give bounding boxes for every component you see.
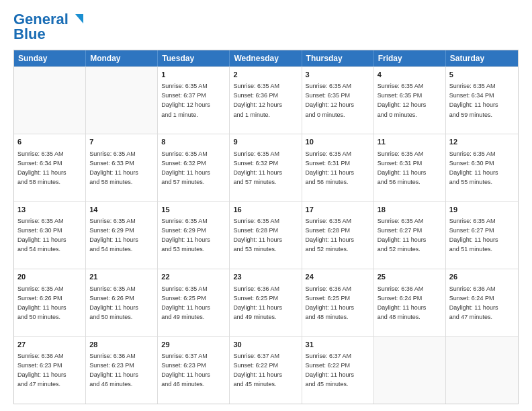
day-number: 6: [17, 137, 82, 147]
calendar-row: 1Sunrise: 6:35 AM Sunset: 6:37 PM Daylig…: [14, 66, 518, 134]
calendar-row: 6Sunrise: 6:35 AM Sunset: 6:34 PM Daylig…: [14, 134, 518, 201]
calendar-row: 13Sunrise: 6:35 AM Sunset: 6:30 PM Dayli…: [14, 201, 518, 269]
day-number: 17: [306, 205, 370, 215]
day-number: 18: [378, 205, 442, 215]
day-info: Sunrise: 6:35 AM Sunset: 6:29 PM Dayligh…: [161, 218, 210, 253]
day-number: 23: [233, 272, 298, 282]
day-info: Sunrise: 6:35 AM Sunset: 6:29 PM Dayligh…: [89, 218, 138, 253]
calendar-cell: 31Sunrise: 6:37 AM Sunset: 6:22 PM Dayli…: [302, 337, 374, 404]
day-number: 28: [89, 340, 154, 350]
logo-blue: Blue: [13, 26, 46, 43]
day-info: Sunrise: 6:35 AM Sunset: 6:32 PM Dayligh…: [233, 150, 282, 185]
day-info: Sunrise: 6:35 AM Sunset: 6:30 PM Dayligh…: [17, 218, 66, 253]
day-info: Sunrise: 6:35 AM Sunset: 6:28 PM Dayligh…: [306, 218, 355, 253]
weekday-header: Thursday: [302, 50, 374, 66]
calendar-cell: [14, 67, 86, 134]
calendar-cell: 14Sunrise: 6:35 AM Sunset: 6:29 PM Dayli…: [86, 202, 158, 269]
calendar-body: 1Sunrise: 6:35 AM Sunset: 6:37 PM Daylig…: [14, 66, 518, 404]
calendar-cell: 16Sunrise: 6:35 AM Sunset: 6:28 PM Dayli…: [230, 202, 302, 269]
calendar-cell: 13Sunrise: 6:35 AM Sunset: 6:30 PM Dayli…: [14, 202, 86, 269]
day-number: 3: [306, 70, 370, 80]
calendar-cell: 28Sunrise: 6:36 AM Sunset: 6:23 PM Dayli…: [86, 337, 158, 404]
calendar-cell: [446, 337, 518, 404]
day-info: Sunrise: 6:35 AM Sunset: 6:34 PM Dayligh…: [449, 83, 498, 118]
day-info: Sunrise: 6:36 AM Sunset: 6:24 PM Dayligh…: [449, 285, 498, 320]
calendar-cell: 30Sunrise: 6:37 AM Sunset: 6:22 PM Dayli…: [230, 337, 302, 404]
calendar-cell: 21Sunrise: 6:35 AM Sunset: 6:26 PM Dayli…: [86, 269, 158, 336]
calendar-cell: 18Sunrise: 6:35 AM Sunset: 6:27 PM Dayli…: [374, 202, 446, 269]
calendar-cell: 25Sunrise: 6:36 AM Sunset: 6:24 PM Dayli…: [374, 269, 446, 336]
calendar-cell: 2Sunrise: 6:35 AM Sunset: 6:36 PM Daylig…: [230, 67, 302, 134]
day-info: Sunrise: 6:35 AM Sunset: 6:27 PM Dayligh…: [378, 218, 427, 253]
calendar-cell: 4Sunrise: 6:35 AM Sunset: 6:35 PM Daylig…: [374, 67, 446, 134]
weekday-header: Friday: [374, 50, 446, 66]
day-number: 7: [89, 137, 154, 147]
calendar-cell: 10Sunrise: 6:35 AM Sunset: 6:31 PM Dayli…: [302, 134, 374, 201]
day-number: 14: [89, 205, 154, 215]
calendar-cell: 17Sunrise: 6:35 AM Sunset: 6:28 PM Dayli…: [302, 202, 374, 269]
day-number: 24: [306, 272, 370, 282]
logo-icon: [70, 11, 85, 26]
day-number: 29: [161, 340, 226, 350]
calendar-header: SundayMondayTuesdayWednesdayThursdayFrid…: [14, 50, 518, 66]
header: General Blue: [13, 11, 519, 43]
calendar-cell: 27Sunrise: 6:36 AM Sunset: 6:23 PM Dayli…: [14, 337, 86, 404]
day-number: 1: [161, 70, 226, 80]
calendar-cell: 29Sunrise: 6:37 AM Sunset: 6:23 PM Dayli…: [158, 337, 230, 404]
day-number: 8: [161, 137, 226, 147]
day-info: Sunrise: 6:36 AM Sunset: 6:24 PM Dayligh…: [378, 285, 427, 320]
day-info: Sunrise: 6:35 AM Sunset: 6:26 PM Dayligh…: [89, 285, 138, 320]
logo: General Blue: [13, 11, 85, 43]
day-info: Sunrise: 6:35 AM Sunset: 6:25 PM Dayligh…: [161, 285, 210, 320]
weekday-header: Saturday: [446, 50, 518, 66]
day-number: 27: [17, 340, 82, 350]
weekday-header: Tuesday: [158, 50, 230, 66]
calendar-cell: 5Sunrise: 6:35 AM Sunset: 6:34 PM Daylig…: [446, 67, 518, 134]
day-info: Sunrise: 6:36 AM Sunset: 6:23 PM Dayligh…: [89, 353, 138, 387]
day-info: Sunrise: 6:35 AM Sunset: 6:37 PM Dayligh…: [161, 83, 210, 118]
calendar-cell: 19Sunrise: 6:35 AM Sunset: 6:27 PM Dayli…: [446, 202, 518, 269]
day-info: Sunrise: 6:37 AM Sunset: 6:22 PM Dayligh…: [306, 353, 355, 387]
day-info: Sunrise: 6:35 AM Sunset: 6:32 PM Dayligh…: [161, 150, 210, 185]
calendar-cell: 20Sunrise: 6:35 AM Sunset: 6:26 PM Dayli…: [14, 269, 86, 336]
calendar-cell: [86, 67, 158, 134]
calendar-cell: 1Sunrise: 6:35 AM Sunset: 6:37 PM Daylig…: [158, 67, 230, 134]
calendar-cell: 6Sunrise: 6:35 AM Sunset: 6:34 PM Daylig…: [14, 134, 86, 201]
day-number: 15: [161, 205, 226, 215]
calendar-cell: [374, 337, 446, 404]
day-number: 12: [449, 137, 515, 147]
day-number: 16: [233, 205, 298, 215]
calendar-cell: 15Sunrise: 6:35 AM Sunset: 6:29 PM Dayli…: [158, 202, 230, 269]
day-info: Sunrise: 6:35 AM Sunset: 6:34 PM Dayligh…: [17, 150, 66, 185]
day-info: Sunrise: 6:36 AM Sunset: 6:25 PM Dayligh…: [306, 285, 355, 320]
calendar-cell: 9Sunrise: 6:35 AM Sunset: 6:32 PM Daylig…: [230, 134, 302, 201]
calendar-row: 27Sunrise: 6:36 AM Sunset: 6:23 PM Dayli…: [14, 336, 518, 404]
calendar-cell: 7Sunrise: 6:35 AM Sunset: 6:33 PM Daylig…: [86, 134, 158, 201]
calendar-cell: 11Sunrise: 6:35 AM Sunset: 6:31 PM Dayli…: [374, 134, 446, 201]
day-number: 9: [233, 137, 298, 147]
day-number: 25: [378, 272, 442, 282]
weekday-header: Sunday: [14, 50, 86, 66]
day-info: Sunrise: 6:35 AM Sunset: 6:27 PM Dayligh…: [449, 218, 498, 253]
calendar-row: 20Sunrise: 6:35 AM Sunset: 6:26 PM Dayli…: [14, 269, 518, 336]
day-number: 26: [449, 272, 515, 282]
calendar-cell: 23Sunrise: 6:36 AM Sunset: 6:25 PM Dayli…: [230, 269, 302, 336]
day-info: Sunrise: 6:37 AM Sunset: 6:22 PM Dayligh…: [233, 353, 282, 387]
day-info: Sunrise: 6:35 AM Sunset: 6:31 PM Dayligh…: [378, 150, 427, 185]
calendar-cell: 24Sunrise: 6:36 AM Sunset: 6:25 PM Dayli…: [302, 269, 374, 336]
day-number: 31: [306, 340, 370, 350]
calendar: SundayMondayTuesdayWednesdayThursdayFrid…: [13, 50, 519, 404]
day-info: Sunrise: 6:35 AM Sunset: 6:35 PM Dayligh…: [306, 83, 355, 118]
day-number: 30: [233, 340, 298, 350]
day-info: Sunrise: 6:35 AM Sunset: 6:30 PM Dayligh…: [449, 150, 498, 185]
day-info: Sunrise: 6:36 AM Sunset: 6:25 PM Dayligh…: [233, 285, 282, 320]
day-info: Sunrise: 6:35 AM Sunset: 6:36 PM Dayligh…: [233, 83, 282, 118]
calendar-cell: 3Sunrise: 6:35 AM Sunset: 6:35 PM Daylig…: [302, 67, 374, 134]
day-number: 19: [449, 205, 515, 215]
svg-marker-0: [75, 14, 83, 24]
day-number: 11: [378, 137, 442, 147]
day-number: 20: [17, 272, 82, 282]
day-info: Sunrise: 6:35 AM Sunset: 6:31 PM Dayligh…: [306, 150, 355, 185]
calendar-cell: 8Sunrise: 6:35 AM Sunset: 6:32 PM Daylig…: [158, 134, 230, 201]
day-number: 2: [233, 70, 298, 80]
